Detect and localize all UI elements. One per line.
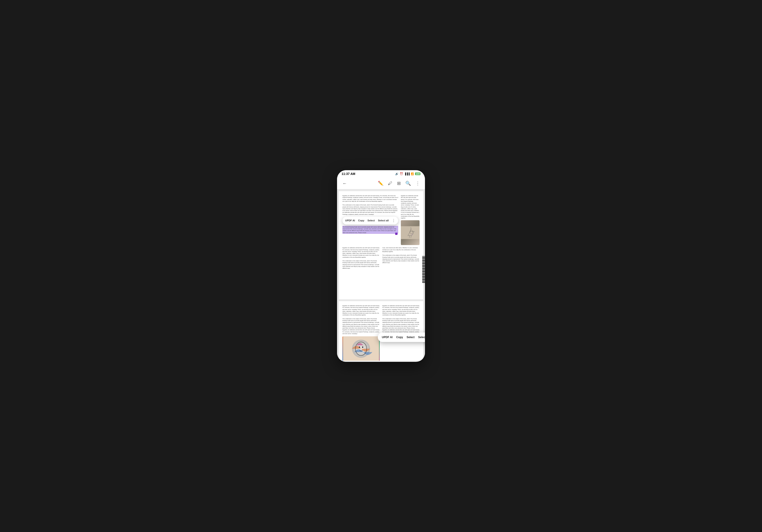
search-icon[interactable]: 🔍 xyxy=(404,180,412,187)
pdf-body-lower-left: Egyptian art celebrates animals like cat… xyxy=(343,305,380,335)
status-icons: 🔊 ⏰ ▐▐▐ 📶 100 xyxy=(395,172,420,175)
pdf-body-text-left-2: Egyptian art celebrates animals like cat… xyxy=(343,247,380,269)
popup-updf-ai-small[interactable]: UPDF AI xyxy=(345,219,355,222)
popup-select-all-large[interactable]: Select all xyxy=(418,336,425,339)
popup-dots-small[interactable]: ⋮ xyxy=(392,218,395,223)
text-popup-large: UPDF AI Copy Select Select all ⋮ xyxy=(378,333,425,342)
grid-icon[interactable]: ⊞ xyxy=(396,180,402,187)
svg-point-5 xyxy=(359,346,360,348)
alarm-icon: ⏰ xyxy=(400,172,403,175)
popup-select-small[interactable]: Select xyxy=(367,219,375,222)
scrollbar-striped xyxy=(422,256,425,283)
edit-pen-icon[interactable]: ✏️ xyxy=(376,180,385,187)
pdf-col-left: Egyptian art celebrates animals like cat… xyxy=(343,195,398,245)
pdf-image-horse xyxy=(401,220,419,245)
more-options-icon[interactable]: ⋮ xyxy=(414,180,421,187)
popup-select-large[interactable]: Select xyxy=(407,336,415,339)
horse-svg xyxy=(401,220,419,245)
status-time: 11:37 AM xyxy=(342,172,355,176)
status-bar: 11:37 AM 🔊 ⏰ ▐▐▐ 📶 100 xyxy=(337,170,425,178)
selection-handle xyxy=(395,233,398,235)
battery-icon: 100 xyxy=(415,173,420,175)
popup-select-all-small[interactable]: Select all xyxy=(378,219,389,222)
signal-icon: ▐▐▐ xyxy=(404,173,410,175)
phone-frame: 11:37 AM 🔊 ⏰ ▐▐▐ 📶 100 ← ✏️ 🖊 ⊞ 🔍 ⋮ Egyp… xyxy=(337,170,425,362)
text-popup-small: UPDF AI Copy Select Select all ⋮ xyxy=(343,217,398,225)
volume-icon: 🔊 xyxy=(395,172,399,175)
svg-rect-0 xyxy=(401,226,419,239)
pdf-body-text-left: Egyptian art celebrates animals like cat… xyxy=(343,195,398,215)
popup-updf-ai-large[interactable]: UPDF AI xyxy=(382,336,393,339)
highlight-icon[interactable]: 🖊 xyxy=(387,180,394,187)
selected-text-region: The Animal Drawing Guide aims to provide… xyxy=(343,226,398,234)
colorful-art-svg xyxy=(343,336,380,361)
pdf-col-right: Egyptian art celebrates animals like cat… xyxy=(401,195,419,245)
popup-copy-small[interactable]: Copy xyxy=(358,219,364,222)
back-button[interactable]: ← xyxy=(341,180,349,187)
app-toolbar: ← ✏️ 🖊 ⊞ 🔍 ⋮ xyxy=(337,178,425,190)
popup-copy-large[interactable]: Copy xyxy=(396,336,403,339)
pdf-image-colorful xyxy=(343,336,380,361)
pdf-col-left-lower: Egyptian art celebrates animals like cat… xyxy=(343,305,380,361)
svg-point-6 xyxy=(362,346,363,348)
wifi-icon: 📶 xyxy=(411,173,414,175)
highlighted-text: The Animal Drawing Guide aims to provide… xyxy=(343,226,398,234)
pdf-body-text-right-2: Cups, store brands and other items. Whet… xyxy=(382,247,419,269)
pdf-page-2: Egyptian art celebrates animals like cat… xyxy=(339,301,423,361)
pdf-page-1: Egyptian art celebrates animals like cat… xyxy=(339,191,423,299)
pdf-body-text-right: Egyptian art celebrates animals like cat… xyxy=(401,195,419,219)
